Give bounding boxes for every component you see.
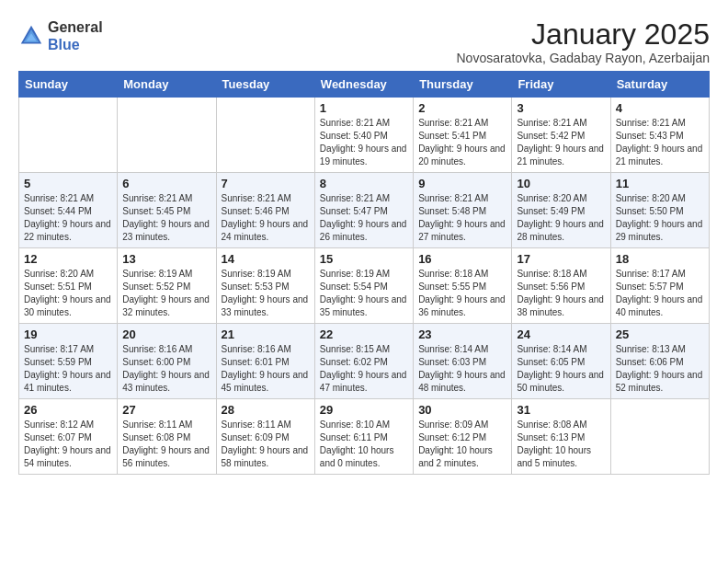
day-cell: 2Sunrise: 8:21 AMSunset: 5:41 PMDaylight…	[414, 98, 512, 173]
col-friday: Friday	[512, 72, 610, 98]
day-cell: 16Sunrise: 8:18 AMSunset: 5:55 PMDayligh…	[414, 248, 512, 324]
day-cell: 18Sunrise: 8:17 AMSunset: 5:57 PMDayligh…	[610, 248, 709, 324]
calendar-table: Sunday Monday Tuesday Wednesday Thursday…	[18, 71, 710, 475]
day-cell: 12Sunrise: 8:20 AMSunset: 5:51 PMDayligh…	[19, 248, 118, 324]
day-cell: 5Sunrise: 8:21 AMSunset: 5:44 PMDaylight…	[19, 173, 118, 248]
day-cell: 31Sunrise: 8:08 AMSunset: 6:13 PMDayligh…	[512, 399, 610, 475]
week-row-3: 12Sunrise: 8:20 AMSunset: 5:51 PMDayligh…	[19, 248, 710, 324]
day-info: Sunrise: 8:21 AMSunset: 5:46 PMDaylight:…	[222, 192, 310, 244]
day-info: Sunrise: 8:20 AMSunset: 5:51 PMDaylight:…	[24, 268, 112, 319]
day-info: Sunrise: 8:21 AMSunset: 5:47 PMDaylight:…	[320, 192, 408, 244]
day-cell: 30Sunrise: 8:09 AMSunset: 6:12 PMDayligh…	[414, 399, 512, 475]
day-number: 9	[418, 177, 506, 190]
day-number: 27	[122, 403, 210, 417]
day-number: 12	[24, 252, 112, 266]
day-cell: 8Sunrise: 8:21 AMSunset: 5:47 PMDaylight…	[314, 173, 413, 248]
day-cell: 3Sunrise: 8:21 AMSunset: 5:42 PMDaylight…	[512, 98, 610, 173]
day-info: Sunrise: 8:21 AMSunset: 5:48 PMDaylight:…	[418, 192, 506, 244]
day-number: 25	[616, 327, 704, 341]
day-number: 22	[320, 327, 408, 341]
day-number: 28	[222, 403, 310, 417]
day-number: 23	[418, 327, 506, 341]
day-number: 19	[24, 327, 112, 341]
day-info: Sunrise: 8:18 AMSunset: 5:56 PMDaylight:…	[517, 268, 605, 319]
day-info: Sunrise: 8:14 AMSunset: 6:03 PMDaylight:…	[418, 343, 506, 395]
day-cell: 1Sunrise: 8:21 AMSunset: 5:40 PMDaylight…	[314, 98, 413, 173]
day-number: 2	[418, 101, 506, 115]
day-number: 20	[122, 327, 210, 341]
day-info: Sunrise: 8:17 AMSunset: 5:57 PMDaylight:…	[616, 268, 704, 319]
day-info: Sunrise: 8:21 AMSunset: 5:43 PMDaylight:…	[616, 117, 704, 168]
day-number: 24	[517, 327, 605, 341]
logo-text: General Blue	[48, 18, 103, 53]
day-cell: 23Sunrise: 8:14 AMSunset: 6:03 PMDayligh…	[414, 324, 512, 399]
day-cell: 13Sunrise: 8:19 AMSunset: 5:52 PMDayligh…	[118, 248, 216, 324]
logo-icon	[18, 23, 44, 49]
col-thursday: Thursday	[414, 72, 512, 98]
logo-line1: General	[48, 18, 103, 36]
day-number: 16	[418, 252, 506, 266]
col-saturday: Saturday	[610, 72, 709, 98]
day-cell: 29Sunrise: 8:10 AMSunset: 6:11 PMDayligh…	[314, 399, 413, 475]
day-number: 13	[122, 252, 210, 266]
day-number: 5	[24, 177, 112, 190]
title-block: January 2025 Novosaratovka, Gadabay Rayo…	[457, 18, 711, 65]
day-cell: 24Sunrise: 8:14 AMSunset: 6:05 PMDayligh…	[512, 324, 610, 399]
day-number: 31	[517, 403, 605, 417]
day-info: Sunrise: 8:20 AMSunset: 5:50 PMDaylight:…	[616, 192, 704, 244]
day-info: Sunrise: 8:10 AMSunset: 6:11 PMDaylight:…	[320, 419, 408, 470]
day-info: Sunrise: 8:11 AMSunset: 6:08 PMDaylight:…	[122, 419, 210, 470]
page: General Blue January 2025 Novosaratovka,…	[0, 0, 728, 493]
day-cell: 10Sunrise: 8:20 AMSunset: 5:49 PMDayligh…	[512, 173, 610, 248]
day-cell: 9Sunrise: 8:21 AMSunset: 5:48 PMDaylight…	[414, 173, 512, 248]
day-cell	[216, 98, 314, 173]
col-wednesday: Wednesday	[314, 72, 413, 98]
day-info: Sunrise: 8:19 AMSunset: 5:53 PMDaylight:…	[222, 268, 310, 319]
day-cell: 17Sunrise: 8:18 AMSunset: 5:56 PMDayligh…	[512, 248, 610, 324]
day-cell	[118, 98, 216, 173]
day-number: 17	[517, 252, 605, 266]
day-info: Sunrise: 8:15 AMSunset: 6:02 PMDaylight:…	[320, 343, 408, 395]
day-number: 21	[222, 327, 310, 341]
day-number: 30	[418, 403, 506, 417]
day-cell	[19, 98, 118, 173]
week-row-5: 26Sunrise: 8:12 AMSunset: 6:07 PMDayligh…	[19, 399, 710, 475]
day-number: 8	[320, 177, 408, 190]
col-monday: Monday	[118, 72, 216, 98]
calendar-subtitle: Novosaratovka, Gadabay Rayon, Azerbaijan	[457, 51, 711, 65]
day-number: 3	[517, 101, 605, 115]
week-row-4: 19Sunrise: 8:17 AMSunset: 5:59 PMDayligh…	[19, 324, 710, 399]
day-number: 29	[320, 403, 408, 417]
col-sunday: Sunday	[19, 72, 118, 98]
week-row-1: 1Sunrise: 8:21 AMSunset: 5:40 PMDaylight…	[19, 98, 710, 173]
day-number: 6	[122, 177, 210, 190]
day-number: 4	[616, 101, 704, 115]
day-info: Sunrise: 8:21 AMSunset: 5:40 PMDaylight:…	[320, 117, 408, 168]
day-number: 10	[517, 177, 605, 190]
day-number: 15	[320, 252, 408, 266]
day-info: Sunrise: 8:21 AMSunset: 5:44 PMDaylight:…	[24, 192, 112, 244]
day-cell: 20Sunrise: 8:16 AMSunset: 6:00 PMDayligh…	[118, 324, 216, 399]
day-info: Sunrise: 8:20 AMSunset: 5:49 PMDaylight:…	[517, 192, 605, 244]
week-row-2: 5Sunrise: 8:21 AMSunset: 5:44 PMDaylight…	[19, 173, 710, 248]
day-info: Sunrise: 8:17 AMSunset: 5:59 PMDaylight:…	[24, 343, 112, 395]
day-info: Sunrise: 8:12 AMSunset: 6:07 PMDaylight:…	[24, 419, 112, 470]
logo-line2: Blue	[48, 36, 103, 53]
day-info: Sunrise: 8:19 AMSunset: 5:52 PMDaylight:…	[122, 268, 210, 319]
day-cell: 25Sunrise: 8:13 AMSunset: 6:06 PMDayligh…	[610, 324, 709, 399]
day-cell: 28Sunrise: 8:11 AMSunset: 6:09 PMDayligh…	[216, 399, 314, 475]
day-cell: 27Sunrise: 8:11 AMSunset: 6:08 PMDayligh…	[118, 399, 216, 475]
day-number: 1	[320, 101, 408, 115]
day-cell: 19Sunrise: 8:17 AMSunset: 5:59 PMDayligh…	[19, 324, 118, 399]
day-info: Sunrise: 8:11 AMSunset: 6:09 PMDaylight:…	[222, 419, 310, 470]
day-number: 11	[616, 177, 704, 190]
day-info: Sunrise: 8:09 AMSunset: 6:12 PMDaylight:…	[418, 419, 506, 470]
day-info: Sunrise: 8:21 AMSunset: 5:42 PMDaylight:…	[517, 117, 605, 168]
day-info: Sunrise: 8:08 AMSunset: 6:13 PMDaylight:…	[517, 419, 605, 470]
header: General Blue January 2025 Novosaratovka,…	[18, 18, 710, 65]
col-tuesday: Tuesday	[216, 72, 314, 98]
day-info: Sunrise: 8:21 AMSunset: 5:45 PMDaylight:…	[122, 192, 210, 244]
day-number: 18	[616, 252, 704, 266]
day-cell: 22Sunrise: 8:15 AMSunset: 6:02 PMDayligh…	[314, 324, 413, 399]
logo: General Blue	[18, 18, 103, 53]
